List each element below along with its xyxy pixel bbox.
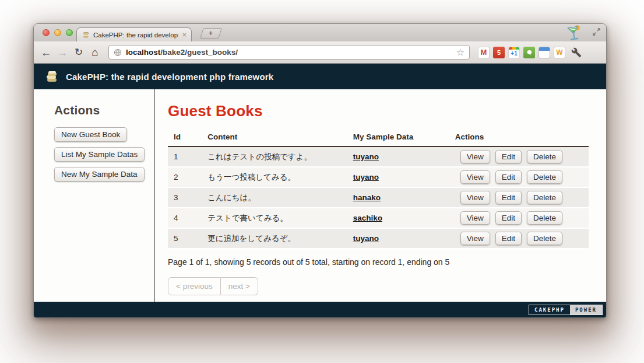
counter-badge-extension-icon[interactable]: 5 xyxy=(493,47,505,58)
sidebar: Actions New Guest BookList My Sample Dat… xyxy=(34,89,155,302)
column-header-content[interactable]: Content xyxy=(202,129,347,146)
sidebar-actions-list: New Guest BookList My Sample DatasNew My… xyxy=(54,127,146,182)
pagination-summary: Page 1 of 1, showing 5 records out of 5 … xyxy=(168,257,589,267)
cell-content: これはテストの投稿ですよ。 xyxy=(202,146,347,167)
w-extension-icon[interactable]: W xyxy=(554,47,565,58)
cell-actions: ViewEditDelete xyxy=(449,146,589,167)
view-button[interactable]: View xyxy=(460,191,490,204)
cell-id: 3 xyxy=(168,187,202,208)
plus-one-extension-icon[interactable]: +1 xyxy=(508,47,520,58)
view-button[interactable]: View xyxy=(460,232,490,245)
url-path: /bake2/guest_books/ xyxy=(160,48,238,57)
close-window-button[interactable] xyxy=(43,29,50,36)
url-text: localhost/bake2/guest_books/ xyxy=(126,48,238,57)
my-sample-data-link[interactable]: tuyano xyxy=(353,152,379,161)
tab-strip: CakePHP: the rapid developm × + xyxy=(34,24,606,41)
cell-id: 4 xyxy=(168,208,202,228)
expand-arrows-icon[interactable] xyxy=(592,27,601,36)
previous-page-button[interactable]: < previous xyxy=(168,277,221,295)
column-header-id[interactable]: Id xyxy=(168,129,202,146)
browser-window: CakePHP: the rapid developm × + ← → ↻ ⌂ xyxy=(33,23,607,318)
tab-title: CakePHP: the rapid developm xyxy=(93,32,178,39)
cakephp-power-badge: CAKEPHP POWER xyxy=(529,305,603,315)
page-body: Actions New Guest BookList My Sample Dat… xyxy=(34,89,606,302)
view-button[interactable]: View xyxy=(460,211,490,225)
home-icon[interactable]: ⌂ xyxy=(89,47,101,58)
reload-icon[interactable]: ↻ xyxy=(72,47,85,57)
cell-content: 更に追加をしてみるぞ。 xyxy=(202,228,347,249)
wrench-icon[interactable] xyxy=(571,47,582,58)
pagination-controls: < previous next > xyxy=(168,277,258,295)
new-my-sample-data-button[interactable]: New My Sample Data xyxy=(54,167,145,182)
browser-toolbar: ← → ↻ ⌂ localhost/bake2/guest_books/ ☆ M… xyxy=(34,41,606,64)
cell-my-sample-data: tuyano xyxy=(347,167,449,187)
cell-content: もう一つ投稿してみる。 xyxy=(202,167,347,187)
zoom-window-button[interactable] xyxy=(66,29,73,36)
tab-close-icon[interactable]: × xyxy=(182,31,186,39)
cell-my-sample-data: sachiko xyxy=(347,208,449,228)
globe-icon xyxy=(114,48,122,57)
edit-button[interactable]: Edit xyxy=(495,170,522,184)
cell-actions: ViewEditDelete xyxy=(449,228,589,249)
table-row: 1これはテストの投稿ですよ。tuyanoViewEditDelete xyxy=(168,146,589,167)
minimize-window-button[interactable] xyxy=(54,29,61,36)
table-row: 5更に追加をしてみるぞ。tuyanoViewEditDelete xyxy=(168,228,589,249)
table-header-row: Id Content My Sample Data Actions xyxy=(168,129,589,146)
delete-button[interactable]: Delete xyxy=(527,191,562,204)
edit-button[interactable]: Edit xyxy=(495,211,522,225)
app-footer: CAKEPHP POWER xyxy=(34,302,606,317)
next-page-button[interactable]: next > xyxy=(221,277,258,295)
cell-content: こんにちは。 xyxy=(202,187,347,208)
elephant-icon xyxy=(526,49,533,56)
edit-button[interactable]: Edit xyxy=(495,191,522,204)
guest-books-rows: 1これはテストの投稿ですよ。tuyanoViewEditDelete2もう一つ投… xyxy=(168,146,589,249)
cell-my-sample-data: tuyano xyxy=(347,146,449,167)
column-header-actions: Actions xyxy=(449,129,589,146)
back-icon[interactable]: ← xyxy=(40,47,52,58)
my-sample-data-link[interactable]: tuyano xyxy=(353,234,379,243)
guest-books-table: Id Content My Sample Data Actions 1これはテス… xyxy=(168,129,589,249)
badge-brand: CAKEPHP xyxy=(529,305,570,315)
table-row: 4テストで書いてみる。sachikoViewEditDelete xyxy=(168,208,589,228)
cell-content: テストで書いてみる。 xyxy=(202,208,347,228)
cell-id: 2 xyxy=(168,167,202,187)
cell-my-sample-data: hanako xyxy=(347,187,449,208)
cakephp-favicon xyxy=(82,31,90,39)
delete-button[interactable]: Delete xyxy=(527,170,562,184)
edit-button[interactable]: Edit xyxy=(495,150,522,163)
delete-button[interactable]: Delete xyxy=(527,211,562,225)
window-controls xyxy=(43,29,73,36)
cakephp-header: CakePHP: the rapid development php frame… xyxy=(34,64,606,89)
my-sample-data-link[interactable]: tuyano xyxy=(353,173,379,182)
cell-actions: ViewEditDelete xyxy=(449,208,589,228)
gmail-extension-icon[interactable]: M xyxy=(478,47,490,58)
my-sample-data-link[interactable]: hanako xyxy=(353,193,381,202)
my-sample-data-link[interactable]: sachiko xyxy=(353,214,382,222)
app-title: CakePHP: the rapid development php frame… xyxy=(66,72,273,82)
view-button[interactable]: View xyxy=(460,170,490,184)
address-bar[interactable]: localhost/bake2/guest_books/ ☆ xyxy=(108,45,470,60)
list-my-sample-datas-button[interactable]: List My Sample Datas xyxy=(54,147,145,162)
cell-actions: ViewEditDelete xyxy=(449,167,589,187)
cell-my-sample-data: tuyano xyxy=(347,228,449,249)
cell-id: 1 xyxy=(168,146,202,167)
cell-actions: ViewEditDelete xyxy=(449,187,589,208)
new-tab-button[interactable]: + xyxy=(200,28,222,39)
delete-button[interactable]: Delete xyxy=(527,150,562,163)
column-header-my-sample-data[interactable]: My Sample Data xyxy=(347,129,449,146)
forward-icon[interactable]: → xyxy=(56,47,69,58)
table-row: 3こんにちは。hanakoViewEditDelete xyxy=(168,187,589,208)
table-row: 2もう一つ投稿してみる。tuyanoViewEditDelete xyxy=(168,167,589,187)
view-button[interactable]: View xyxy=(460,150,490,163)
cell-id: 5 xyxy=(168,228,202,249)
browser-tab[interactable]: CakePHP: the rapid developm × xyxy=(76,27,192,41)
new-guest-book-button[interactable]: New Guest Book xyxy=(54,127,127,142)
calendar-extension-icon[interactable] xyxy=(539,47,550,58)
page-title: Guest Books xyxy=(168,102,589,120)
main-content: Guest Books Id Content My Sample Data Ac… xyxy=(155,89,606,302)
cakephp-logo xyxy=(45,69,59,83)
edit-button[interactable]: Edit xyxy=(495,232,522,245)
bookmark-star-icon[interactable]: ☆ xyxy=(456,48,464,57)
delete-button[interactable]: Delete xyxy=(527,232,562,245)
evernote-extension-icon[interactable] xyxy=(523,47,535,58)
